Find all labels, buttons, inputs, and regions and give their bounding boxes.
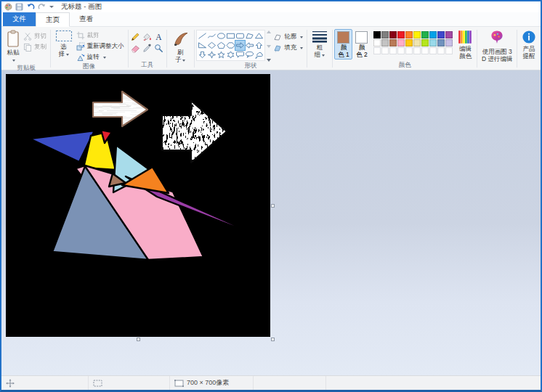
up-arrow-shape-button[interactable] <box>254 41 264 50</box>
palette-empty-swatch[interactable] <box>373 47 381 54</box>
palette-color-swatch[interactable] <box>421 39 429 46</box>
palette-color-swatch[interactable] <box>405 39 413 46</box>
brush-icon <box>171 30 190 48</box>
palette-empty-swatch[interactable] <box>397 47 405 54</box>
left-arrow-shape-button[interactable] <box>245 41 254 50</box>
palette-color-swatch[interactable] <box>389 31 397 38</box>
polygon-shape-button[interactable] <box>245 31 254 41</box>
five-point-star-icon <box>217 51 226 59</box>
qat-dropdown-icon[interactable] <box>49 6 54 8</box>
rectangle-shape-button[interactable] <box>226 31 235 41</box>
palette-empty-swatch[interactable] <box>445 47 453 54</box>
palette-color-swatch[interactable] <box>445 31 453 38</box>
selection-size-icon <box>93 380 102 387</box>
size-button[interactable]: 粗细 <box>310 29 330 59</box>
palette-empty-swatch[interactable] <box>437 47 445 54</box>
pentagon-shape-button[interactable] <box>217 41 226 50</box>
cut-button[interactable]: 剪切 <box>22 31 48 41</box>
edit-with-paint3d-button[interactable]: 使用画图 3D 进行编辑 <box>480 29 515 63</box>
tab-file[interactable]: 文件 <box>3 12 36 26</box>
crop-button[interactable]: 裁剪 <box>75 30 126 41</box>
group-label-shapes: 形状 <box>195 62 306 70</box>
shape-outline-button[interactable]: 轮廓 <box>272 32 304 42</box>
rounded-callout-icon <box>235 51 245 59</box>
resize-button[interactable]: 重新调整大小 <box>75 41 126 52</box>
canvas-resize-handle-bottom[interactable] <box>137 338 140 341</box>
rotate-button[interactable]: 旋转 <box>75 52 126 62</box>
diamond-shape-button[interactable] <box>207 41 217 50</box>
palette-color-swatch[interactable] <box>445 39 453 46</box>
six-point-star-shape-button[interactable] <box>226 50 235 60</box>
palette-empty-swatch[interactable] <box>413 47 421 54</box>
palette-empty-swatch[interactable] <box>405 47 413 54</box>
palette-color-swatch[interactable] <box>373 31 381 38</box>
tools-grid: A <box>130 31 164 54</box>
triangle-shape-button[interactable] <box>254 31 264 41</box>
canvas-resize-handle-right[interactable] <box>271 204 275 208</box>
rounded-rectangle-shape-button[interactable] <box>235 31 245 41</box>
eraser-tool-button[interactable] <box>130 43 141 54</box>
polygon-icon <box>245 32 254 40</box>
palette-color-swatch[interactable] <box>421 31 429 38</box>
color1-swatch <box>337 31 349 44</box>
four-point-star-shape-button[interactable] <box>207 50 217 60</box>
text-tool-button[interactable]: A <box>153 31 164 42</box>
curve-icon <box>207 32 217 40</box>
oval-callout-shape-button[interactable] <box>245 50 254 60</box>
palette-color-swatch[interactable] <box>437 39 445 46</box>
undo-icon[interactable] <box>26 3 35 11</box>
shapes-scroll-down-icon[interactable] <box>267 45 271 48</box>
palette-color-swatch[interactable] <box>405 31 413 38</box>
color-picker-tool-button[interactable] <box>142 43 153 54</box>
down-arrow-icon <box>198 51 207 59</box>
palette-color-swatch[interactable] <box>437 31 445 38</box>
palette-color-swatch[interactable] <box>373 39 381 46</box>
magnifier-tool-button[interactable] <box>153 43 164 54</box>
save-icon[interactable] <box>15 3 23 11</box>
canvas-resize-handle-corner[interactable] <box>271 338 275 341</box>
tab-view[interactable]: 查看 <box>70 12 102 26</box>
color2-button[interactable]: 颜色 2 <box>352 29 371 60</box>
brushes-button[interactable]: 刷子 <box>169 29 192 64</box>
oval-shape-button[interactable] <box>217 31 226 41</box>
right-triangle-shape-button[interactable] <box>198 41 207 50</box>
palette-empty-swatch[interactable] <box>389 47 397 54</box>
palette-color-swatch[interactable] <box>381 39 389 46</box>
palette-color-swatch[interactable] <box>381 31 389 38</box>
triangle-icon <box>254 32 264 40</box>
edit-colors-button[interactable]: 编辑颜色 <box>456 29 474 60</box>
redo-icon[interactable] <box>38 3 46 11</box>
right-arrow-shape-button[interactable] <box>235 41 245 50</box>
palette-color-swatch[interactable] <box>429 31 437 38</box>
curve-shape-button[interactable] <box>207 31 217 41</box>
shapes-scroll-up-icon[interactable] <box>267 30 271 33</box>
palette-empty-swatch[interactable] <box>421 47 429 54</box>
paste-button[interactable]: 粘贴 <box>4 29 22 64</box>
palette-empty-swatch[interactable] <box>429 47 437 54</box>
palette-color-swatch[interactable] <box>389 39 397 46</box>
line-shape-button[interactable] <box>198 31 207 41</box>
rounded-callout-shape-button[interactable] <box>235 50 245 60</box>
palette-color-swatch[interactable] <box>413 31 421 38</box>
color1-button[interactable]: 颜色 1 <box>334 29 352 60</box>
palette-color-swatch[interactable] <box>413 39 421 46</box>
palette-empty-swatch[interactable] <box>381 47 389 54</box>
five-point-star-shape-button[interactable] <box>217 50 226 60</box>
cloud-callout-shape-button[interactable] <box>254 50 264 60</box>
svg-text:A: A <box>155 33 162 41</box>
down-arrow-shape-button[interactable] <box>198 50 207 60</box>
copy-button[interactable]: 复制 <box>22 42 48 52</box>
fill-tool-button[interactable] <box>142 31 153 42</box>
product-alerts-button[interactable]: 产品提醒 <box>519 29 538 60</box>
hexagon-shape-button[interactable] <box>226 41 235 50</box>
info-icon <box>522 30 536 44</box>
palette-color-swatch[interactable] <box>397 31 405 38</box>
palette-color-swatch[interactable] <box>429 39 437 46</box>
drawing-canvas[interactable] <box>6 74 270 337</box>
pencil-tool-button[interactable] <box>130 31 141 42</box>
text-icon: A <box>154 32 163 41</box>
tab-home[interactable]: 主页 <box>36 12 70 27</box>
shape-fill-button[interactable]: 填充 <box>272 43 304 53</box>
select-button[interactable]: 选择 <box>53 29 75 58</box>
palette-color-swatch[interactable] <box>397 39 405 46</box>
